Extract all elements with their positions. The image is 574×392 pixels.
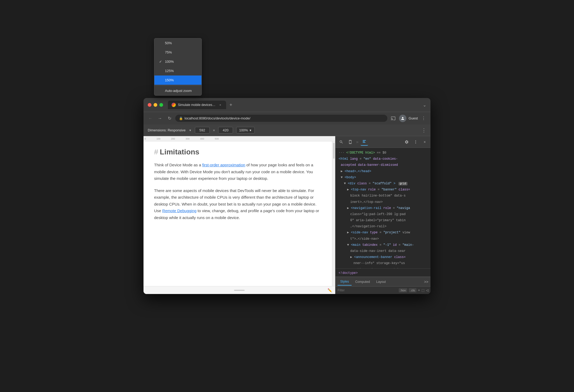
tree-line-html-cont: accepted data-banner-dismissed [337,162,429,168]
dimension-separator: × [213,128,215,132]
tree-line-top-nav: ▶ <top-nav role = "banner" class= [337,187,429,193]
inspect-tool-button[interactable] [338,138,345,146]
remote-debugging-link[interactable]: Remote Debugging [162,208,196,213]
tree-line-side-nav-2: t">…</side-nav> [337,236,429,242]
page-body: # Limitations Think of Device Mode as a … [144,141,332,286]
device-emulation-button[interactable] [347,138,354,146]
address-right-icons: Guest ⋮ [389,115,427,122]
tab-title: Simulate mobile devices with D [178,103,216,107]
svg-point-3 [415,140,416,141]
devtools-toolbar: » × [335,136,431,148]
height-input[interactable] [218,127,233,133]
window-chevron[interactable]: ⌄ [423,103,426,108]
tab-computed[interactable]: Computed [353,278,373,285]
profile-avatar[interactable] [399,115,406,122]
zoom-chevron-icon: ▼ [249,129,252,132]
cls-button[interactable]: .cls [409,288,416,292]
tree-line-nav-rail-4: …</navigation-rail> [337,224,429,230]
minimize-traffic-light[interactable] [154,103,157,107]
page-bottom-bar: ✏️ [144,286,335,294]
device-toolbar: Dimensions: Responsive ▼ × 100% ▼ ⋮ [144,124,431,136]
title-bar: Simulate mobile devices with D × + ⌄ [144,98,431,112]
tab-close-button[interactable]: × [218,103,222,107]
tree-line-head: ▶ <head>…</head> [337,168,429,175]
paragraph-2: There are some aspects of mobile devices… [154,187,321,221]
doctype-line: <!doctype> [335,268,431,277]
svg-rect-1 [363,141,365,142]
tab-favicon [172,103,176,107]
scroll-thumb[interactable] [333,143,335,159]
page-ruler: 0 100 200 300 400 500 [144,136,335,141]
tree-line-nav-rail-3: 0" aria-label="primary" tabin [337,217,429,224]
elements-panel-button[interactable] [361,138,368,146]
svg-rect-0 [363,140,366,141]
filter-controls: :hov .cls + ⬚ ◁ [399,288,428,292]
tab-bar: Simulate mobile devices with D × + [168,101,420,109]
address-input-container[interactable]: 🔒 localhost:8080/docs/devtools/device-mo… [175,115,387,122]
tree-line-main-2: data-side-nav-inert data-sear [337,248,429,254]
styles-tabs: Styles Computed Layout >> [335,277,431,287]
ruler-marks: 0 100 200 300 400 500 [145,137,219,140]
tree-line-top-nav-3: inert>…</top-nav> [337,199,429,205]
tree-line-announce: ▶ <announcement-banner class= [337,254,429,260]
doctype-text: <!doctype> [339,271,358,275]
styles-tabs-more[interactable]: >> [424,280,428,284]
paragraph-1: Think of Device Mode as a first-order ap… [154,162,321,182]
settings-button[interactable] [403,138,410,146]
tree-line-side-nav: ▶ <side-nav type = "project" view [337,230,429,236]
page-heading: # Limitations [154,148,321,156]
grid-badge: grid [398,182,407,185]
active-tab[interactable]: Simulate mobile devices with D × [168,101,226,109]
forward-button[interactable]: → [156,115,164,122]
address-bar: ← → ↻ 🔒 localhost:8080/docs/devtools/dev… [144,112,431,124]
svg-rect-2 [363,142,365,143]
width-input[interactable] [195,127,210,133]
cast-button[interactable] [389,115,397,122]
maximize-traffic-light[interactable] [159,103,163,107]
devtools-close-button[interactable]: × [421,138,428,146]
devtools-panel: » × ··· <!DOCTYPE html> == $0 [335,136,431,294]
zoom-button[interactable]: 100% ▼ [236,127,255,133]
dimensions-label: Dimensions: Responsive [148,128,186,132]
heading-hash: # [154,148,158,156]
page-content: 0 100 200 300 400 500 # Limitations Thin… [144,136,335,294]
devtools-more-button[interactable] [412,138,419,146]
add-style-button[interactable]: + [418,288,420,292]
page-edit-icon[interactable]: ✏️ [328,288,332,292]
tab-layout[interactable]: Layout [374,278,388,285]
url-text: localhost:8080/docs/devtools/device-mode… [185,116,250,120]
color-picker-icon[interactable]: ◁ [426,288,428,292]
tree-line-main: ▼ <main tabindex = "-1" id = "main- [337,242,429,248]
reload-button[interactable]: ↻ [166,115,173,122]
dimensions-chevron[interactable]: ▼ [189,129,192,132]
page-scrollbar[interactable] [332,141,335,286]
zoom-value: 100% [239,128,248,132]
new-tab-button[interactable]: + [227,101,235,109]
first-order-link[interactable]: first-order approximation [202,163,245,167]
html-tree: ··· <!DOCTYPE html> == $0 <html lang = "… [335,148,431,268]
tree-line-nav-rail-2: class="lg:pad-left-200 lg:pad [337,211,429,217]
main-area: 0 100 200 300 400 500 # Limitations Thin… [144,136,431,294]
tab-styles[interactable]: Styles [338,278,352,286]
tree-line-nav-rail: ▶ <navigation-rail role = "naviga [337,205,429,211]
tree-line-body: ▼ <body> [337,175,429,181]
styles-filter-input[interactable] [338,288,397,292]
browser-more-button[interactable]: ⋮ [420,115,427,122]
toolbar-separator-1: » [356,140,358,144]
tree-line-html: <html lang = "en" data-cookies- [337,156,429,162]
svg-point-5 [415,143,416,144]
browser-window: Simulate mobile devices with D × + ⌄ ← →… [144,98,431,294]
hov-button[interactable]: :hov [399,288,407,292]
svg-point-4 [415,141,416,142]
styles-panel: Styles Computed Layout >> :hov .cls + ⬚ … [335,277,431,294]
element-state-icon[interactable]: ⬚ [421,288,424,292]
close-traffic-light[interactable] [148,103,151,107]
back-button[interactable]: ← [147,115,154,122]
lock-icon: 🔒 [179,117,183,120]
heading-text: Limitations [160,148,199,156]
tree-line-div-scaffold: ▼ <div class = "scaffold" > grid [337,181,429,187]
guest-label[interactable]: Guest [409,116,418,120]
tree-line-announce-2: nner--info" storage-key="us [337,260,429,266]
tree-line-top-nav-2: block hairline-bottom" data-s [337,193,429,199]
device-toolbar-more[interactable]: ⋮ [421,127,426,133]
